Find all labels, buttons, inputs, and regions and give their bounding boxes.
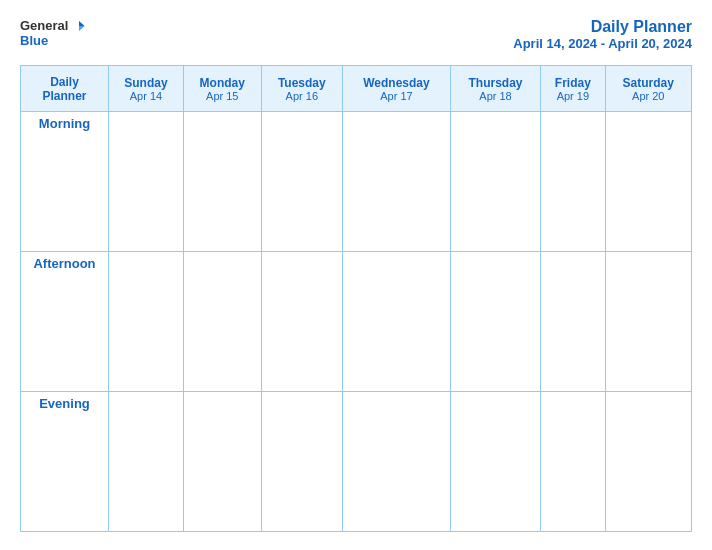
cell-morning-sunday[interactable] (109, 112, 184, 252)
col-wednesday: Wednesday Apr 17 (342, 66, 450, 112)
table-header-label: DailyPlanner (21, 66, 109, 112)
planner-title: Daily Planner (513, 18, 692, 36)
day-date-friday: Apr 19 (545, 90, 600, 102)
calendar-table: DailyPlanner Sunday Apr 14 Monday Apr 15… (20, 65, 692, 532)
col-monday: Monday Apr 15 (183, 66, 261, 112)
cell-morning-thursday[interactable] (450, 112, 540, 252)
logo-text: General (20, 18, 86, 33)
svg-marker-0 (79, 21, 85, 26)
day-date-tuesday: Apr 16 (266, 90, 338, 102)
row-evening: Evening (21, 392, 692, 532)
cell-afternoon-sunday[interactable] (109, 252, 184, 392)
col-thursday: Thursday Apr 18 (450, 66, 540, 112)
cell-afternoon-friday[interactable] (541, 252, 605, 392)
cell-morning-saturday[interactable] (605, 112, 691, 252)
cell-afternoon-wednesday[interactable] (342, 252, 450, 392)
logo-general-text: General (20, 18, 68, 33)
cell-evening-thursday[interactable] (450, 392, 540, 532)
cell-afternoon-tuesday[interactable] (261, 252, 342, 392)
day-name-monday: Monday (188, 76, 257, 90)
cell-morning-wednesday[interactable] (342, 112, 450, 252)
cell-afternoon-monday[interactable] (183, 252, 261, 392)
col-friday: Friday Apr 19 (541, 66, 605, 112)
cell-morning-friday[interactable] (541, 112, 605, 252)
page: General Blue Daily Planner April 14, 202… (0, 0, 712, 550)
cell-evening-sunday[interactable] (109, 392, 184, 532)
svg-marker-1 (79, 26, 85, 31)
row-label-evening: Evening (21, 392, 109, 532)
day-name-sunday: Sunday (113, 76, 179, 90)
col-sunday: Sunday Apr 14 (109, 66, 184, 112)
day-name-wednesday: Wednesday (347, 76, 446, 90)
logo-area: General Blue (20, 18, 86, 48)
cell-morning-monday[interactable] (183, 112, 261, 252)
row-label-afternoon: Afternoon (21, 252, 109, 392)
day-date-monday: Apr 15 (188, 90, 257, 102)
cell-evening-monday[interactable] (183, 392, 261, 532)
cell-afternoon-saturday[interactable] (605, 252, 691, 392)
day-date-wednesday: Apr 17 (347, 90, 446, 102)
day-date-sunday: Apr 14 (113, 90, 179, 102)
header: General Blue Daily Planner April 14, 202… (20, 18, 692, 51)
day-name-saturday: Saturday (610, 76, 687, 90)
cell-evening-tuesday[interactable] (261, 392, 342, 532)
cell-morning-tuesday[interactable] (261, 112, 342, 252)
cell-evening-friday[interactable] (541, 392, 605, 532)
day-date-saturday: Apr 20 (610, 90, 687, 102)
logo-blue-text: Blue (20, 33, 48, 48)
col-tuesday: Tuesday Apr 16 (261, 66, 342, 112)
planner-date-range: April 14, 2024 - April 20, 2024 (513, 36, 692, 51)
cell-evening-saturday[interactable] (605, 392, 691, 532)
logo-bird-icon (72, 19, 86, 33)
day-date-thursday: Apr 18 (455, 90, 536, 102)
title-area: Daily Planner April 14, 2024 - April 20,… (513, 18, 692, 51)
cell-evening-wednesday[interactable] (342, 392, 450, 532)
row-morning: Morning (21, 112, 692, 252)
day-name-tuesday: Tuesday (266, 76, 338, 90)
row-afternoon: Afternoon (21, 252, 692, 392)
day-name-thursday: Thursday (455, 76, 536, 90)
col-saturday: Saturday Apr 20 (605, 66, 691, 112)
day-name-friday: Friday (545, 76, 600, 90)
row-label-morning: Morning (21, 112, 109, 252)
cell-afternoon-thursday[interactable] (450, 252, 540, 392)
